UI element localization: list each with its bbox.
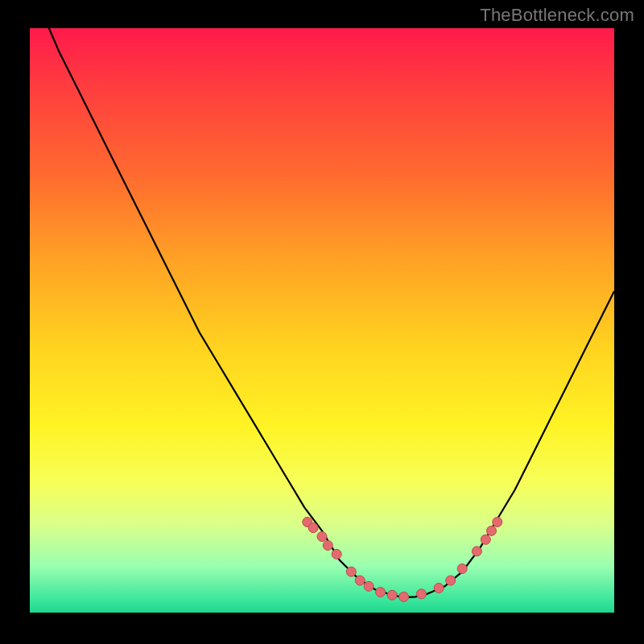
data-marker — [308, 523, 318, 533]
curve-overlay — [30, 28, 614, 613]
chart-container: TheBottleneck.com — [0, 0, 644, 644]
data-marker — [481, 535, 490, 544]
data-marker — [332, 549, 341, 559]
data-marker — [487, 526, 497, 535]
watermark-text: TheBottleneck.com — [480, 5, 634, 26]
data-marker — [317, 532, 327, 542]
data-marker — [323, 541, 332, 551]
data-marker — [434, 584, 444, 593]
data-marker — [364, 581, 374, 591]
data-marker — [472, 547, 481, 556]
data-marker — [457, 564, 467, 574]
data-marker — [346, 567, 356, 576]
data-marker — [493, 518, 502, 527]
data-marker — [446, 576, 456, 585]
data-marker — [376, 588, 386, 597]
data-marker — [387, 590, 397, 600]
data-marker — [399, 592, 409, 601]
data-marker — [416, 589, 426, 599]
bottleneck-curve — [30, 28, 614, 597]
data-marker — [355, 576, 365, 585]
